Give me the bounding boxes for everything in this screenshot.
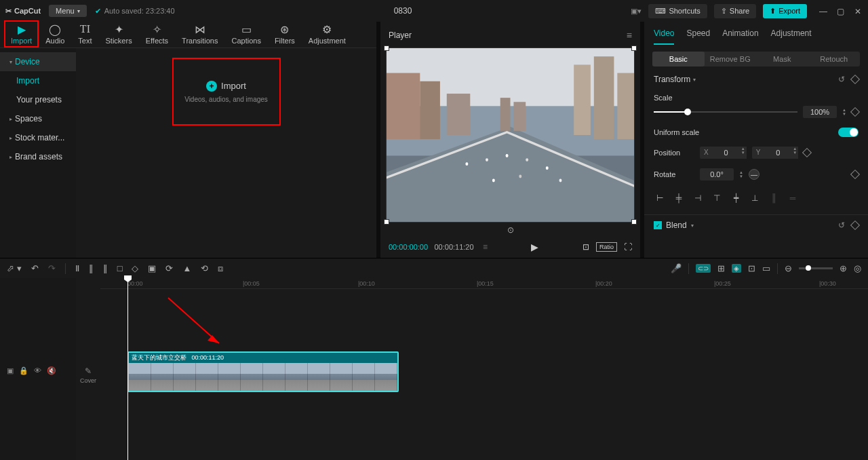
position-x[interactable]: 0 bbox=[713, 147, 740, 159]
edit-icon[interactable]: ✎ bbox=[85, 366, 92, 376]
preview-icon[interactable]: ▭ bbox=[762, 263, 770, 273]
prop-tab-video[interactable]: Video bbox=[654, 28, 674, 45]
scale-spinner[interactable]: ▲▼ bbox=[842, 108, 846, 116]
play-button[interactable]: ▶ bbox=[531, 242, 538, 252]
tab-adjustment[interactable]: ⚙ Adjustment bbox=[302, 20, 353, 47]
rotate-spinner[interactable]: ▲▼ bbox=[739, 170, 743, 178]
timeline-ruler[interactable]: 00:00 |00:05 |00:10 |00:15 |00:20 |00:25… bbox=[100, 278, 868, 289]
shortcuts-button[interactable]: ⌨ Shortcuts bbox=[648, 4, 707, 18]
duplicate-icon[interactable]: ▣ bbox=[148, 263, 156, 273]
eye-icon[interactable]: 👁 bbox=[34, 366, 41, 375]
sidebar-spaces[interactable]: ▸Spaces bbox=[0, 109, 76, 128]
blend-checkbox[interactable]: ✓ bbox=[654, 221, 662, 229]
import-dropzone[interactable]: + Import Videos, audios, and images bbox=[172, 58, 281, 126]
keyframe-icon[interactable] bbox=[850, 107, 860, 117]
rotate-value[interactable]: 0.0° bbox=[700, 168, 734, 180]
rotate-tool-icon[interactable]: ⟲ bbox=[201, 263, 208, 273]
maximize-button[interactable]: ▢ bbox=[837, 7, 845, 15]
rotate-dial[interactable]: — bbox=[749, 169, 760, 180]
prop-tab-adjustment[interactable]: Adjustment bbox=[771, 28, 812, 45]
position-y[interactable]: 0 bbox=[764, 147, 791, 159]
resize-handle[interactable] bbox=[384, 45, 389, 51]
y-spinner[interactable]: ▲▼ bbox=[791, 147, 798, 159]
uniform-scale-toggle[interactable] bbox=[838, 128, 859, 137]
tab-text[interactable]: TI Text bbox=[71, 20, 98, 47]
keyframe-icon[interactable] bbox=[850, 75, 860, 84]
keyframe-icon[interactable] bbox=[802, 148, 812, 157]
mirror-icon[interactable]: ▲ bbox=[182, 263, 191, 273]
zoom-fit-icon[interactable]: ◎ bbox=[854, 263, 861, 273]
sidebar-stock[interactable]: ▸Stock mater... bbox=[0, 128, 76, 147]
snap-icon[interactable]: ◈ bbox=[732, 264, 741, 273]
zoom-thumb[interactable] bbox=[806, 265, 811, 271]
scan-icon[interactable]: ⊡ bbox=[583, 242, 589, 252]
timeline-tracks[interactable]: 00:00 |00:05 |00:10 |00:15 |00:20 |00:25… bbox=[100, 278, 868, 460]
undo-icon[interactable]: ↶ bbox=[31, 263, 39, 273]
fullscreen-icon[interactable]: ⛶ bbox=[624, 242, 632, 252]
align-center-v-icon[interactable]: ┿ bbox=[730, 193, 742, 204]
mute-icon[interactable]: 🔇 bbox=[47, 366, 56, 375]
track-icon[interactable]: ⊡ bbox=[748, 263, 755, 273]
player-menu-icon[interactable]: ≡ bbox=[627, 30, 632, 41]
zoom-out-icon[interactable]: ⊖ bbox=[785, 263, 792, 273]
tab-audio[interactable]: ◯ Audio bbox=[39, 20, 71, 47]
crop-icon[interactable]: □ bbox=[117, 263, 123, 273]
tab-import[interactable]: ▶ Import bbox=[4, 20, 39, 47]
align-center-h-icon[interactable]: ╪ bbox=[673, 193, 685, 204]
keyframe-icon[interactable] bbox=[850, 170, 860, 179]
cover-label[interactable]: Cover bbox=[80, 377, 96, 384]
lock-icon[interactable]: 🔒 bbox=[19, 366, 28, 375]
sidebar-presets[interactable]: Your presets bbox=[0, 90, 76, 109]
snapshot-button[interactable]: ⊙ bbox=[386, 223, 635, 237]
crop-tool-icon[interactable]: ⧈ bbox=[218, 263, 223, 274]
redo-icon[interactable]: ↷ bbox=[48, 263, 56, 273]
list-icon[interactable]: ≡ bbox=[483, 242, 488, 252]
align-right-icon[interactable]: ⊣ bbox=[692, 193, 704, 204]
zoom-in-icon[interactable]: ⊕ bbox=[840, 263, 847, 273]
tab-filters[interactable]: ⊛ Filters bbox=[268, 20, 302, 47]
pointer-tool-icon[interactable]: ⬀ ▾ bbox=[7, 263, 22, 273]
menu-button[interactable]: Menu ▾ bbox=[49, 5, 87, 17]
tab-effects[interactable]: ✧ Effects bbox=[139, 20, 175, 47]
link-icon[interactable]: ⊞ bbox=[717, 263, 725, 273]
reset-icon[interactable]: ↺ bbox=[838, 221, 845, 230]
x-spinner[interactable]: ▲▼ bbox=[740, 147, 747, 159]
resize-handle[interactable] bbox=[631, 219, 637, 225]
subtab-removebg[interactable]: Remove BG bbox=[705, 52, 757, 66]
split-right-icon[interactable]: ‖ bbox=[103, 263, 108, 273]
share-button[interactable]: ⇪ Share bbox=[714, 4, 756, 18]
align-bottom-icon[interactable]: ⊥ bbox=[749, 193, 761, 204]
scale-slider[interactable] bbox=[654, 111, 797, 113]
video-clip[interactable]: 蓝天下的城市立交桥 00:00:11:20 bbox=[127, 351, 399, 392]
tab-captions[interactable]: ▭ Captions bbox=[224, 20, 267, 47]
magnet-icon[interactable]: ⊂⊃ bbox=[696, 264, 711, 273]
split-icon[interactable]: Ⅱ bbox=[75, 263, 79, 273]
sidebar-device[interactable]: ▾Device bbox=[0, 52, 76, 71]
layout-icon[interactable]: ▣▾ bbox=[631, 7, 642, 16]
reset-icon[interactable]: ↺ bbox=[838, 75, 845, 84]
distribute-v-icon[interactable]: ═ bbox=[787, 193, 799, 204]
prop-tab-speed[interactable]: Speed bbox=[686, 28, 710, 45]
close-button[interactable]: ✕ bbox=[854, 7, 863, 15]
sidebar-import[interactable]: Import bbox=[0, 71, 76, 90]
prop-tab-animation[interactable]: Animation bbox=[722, 28, 758, 45]
split-left-icon[interactable]: ‖ bbox=[89, 263, 94, 273]
playhead[interactable] bbox=[127, 278, 128, 460]
subtab-basic[interactable]: Basic bbox=[652, 52, 705, 66]
marker-icon[interactable]: ◇ bbox=[132, 263, 138, 273]
player-preview[interactable] bbox=[386, 47, 635, 223]
resize-handle[interactable] bbox=[384, 219, 389, 225]
align-left-icon[interactable]: ⊢ bbox=[654, 193, 666, 204]
mic-icon[interactable]: 🎤 bbox=[671, 263, 682, 273]
transform-header[interactable]: Transform ▾ bbox=[654, 75, 696, 84]
zoom-slider[interactable] bbox=[799, 267, 833, 269]
ratio-button[interactable]: Ratio bbox=[596, 242, 617, 252]
keyframe-icon[interactable] bbox=[850, 221, 860, 230]
scale-value[interactable]: 100% bbox=[803, 106, 837, 118]
slider-thumb[interactable] bbox=[684, 109, 691, 115]
resize-handle[interactable] bbox=[631, 45, 637, 51]
minimize-button[interactable]: — bbox=[819, 7, 827, 15]
sidebar-brand[interactable]: ▸Brand assets bbox=[0, 147, 76, 166]
tab-stickers[interactable]: ✦ Stickers bbox=[99, 20, 139, 47]
subtab-mask[interactable]: Mask bbox=[756, 52, 808, 66]
